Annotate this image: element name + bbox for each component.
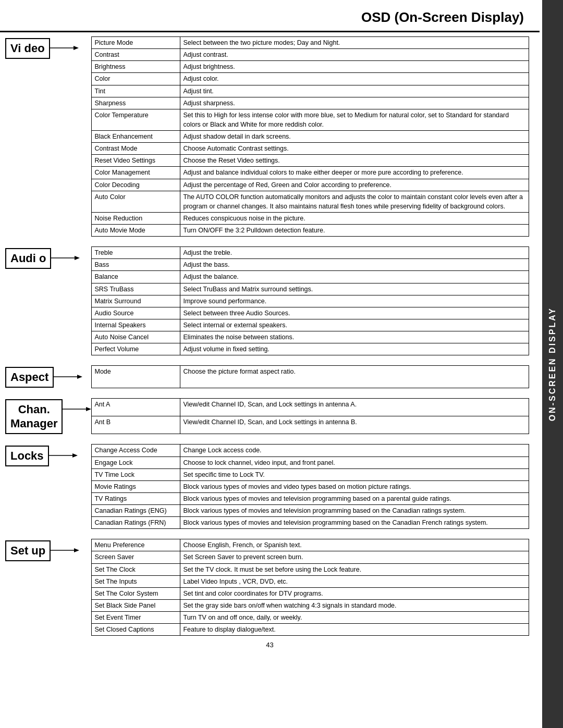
menu-item-desc: Adjust shadow detail in dark screens.	[180, 131, 529, 143]
menu-item-desc: Set specific time to Lock TV.	[180, 468, 529, 480]
svg-marker-1	[74, 46, 79, 50]
section-label-audio: Audi o	[5, 248, 51, 269]
menu-item-name: Canadian Ratings (ENG)	[92, 505, 180, 517]
menu-item-desc: Feature to display dialogue/text.	[180, 624, 529, 636]
menu-item-desc: Choose the picture format aspect ratio.	[180, 366, 529, 388]
menu-item-desc: Adjust sharpness.	[180, 97, 529, 109]
table-row: Chan. Manager Ant AView/edit Channel ID,…	[5, 398, 529, 416]
menu-item-name: Auto Color	[92, 191, 180, 212]
menu-item-desc: Turn TV on and off once, daily, or weekl…	[180, 612, 529, 624]
menu-item-desc: Set Screen Saver to prevent screen burn.	[180, 551, 529, 563]
menu-item-name: Set The Color System	[92, 587, 180, 599]
menu-item-desc: Select between three Audio Sources.	[180, 307, 529, 319]
menu-item-desc: Choose English, French, or Spanish text.	[180, 539, 529, 551]
arrow-chan-manager	[63, 405, 91, 413]
menu-item-name: Black Enhancement	[92, 131, 180, 143]
menu-item-desc: Block various types of movies and televi…	[180, 517, 529, 529]
svg-marker-7	[86, 407, 91, 411]
table-row: Aspect ModeChoose the picture format asp…	[5, 366, 529, 388]
menu-item-name: Canadian Ratings (FRN)	[92, 517, 180, 529]
menu-item-desc: Reduces conspicuous noise in the picture…	[180, 212, 529, 224]
menu-item-name: Set Black Side Panel	[92, 599, 180, 611]
menu-item-desc: Adjust brightness.	[180, 61, 529, 73]
menu-item-name: Bass	[92, 259, 180, 271]
menu-item-name: Ant B	[92, 416, 180, 434]
section-label-aspect: Aspect	[5, 367, 54, 388]
menu-item-desc: Turn ON/OFF the 3:2 Pulldown detection f…	[180, 225, 529, 237]
menu-item-name: TV Time Lock	[92, 468, 180, 480]
section-label-locks: Locks	[5, 446, 49, 466]
menu-item-name: Brightness	[92, 61, 180, 73]
menu-item-name: Screen Saver	[92, 551, 180, 563]
menu-item-name: Color	[92, 73, 180, 85]
menu-item-desc: The AUTO COLOR function automatically mo…	[180, 191, 529, 212]
page-number: 43	[0, 636, 540, 659]
menu-item-desc: Set the TV clock. It must be set before …	[180, 563, 529, 575]
arrow-setup	[51, 547, 79, 554]
menu-item-desc: Adjust tint.	[180, 85, 529, 97]
menu-item-name: Menu Preference	[92, 539, 180, 551]
arrow-audio	[51, 254, 80, 262]
side-label: ON-SCREEN DISPLAY	[542, 0, 563, 728]
menu-item-desc: Label Video Inputs , VCR, DVD, etc.	[180, 575, 529, 587]
menu-item-name: Color Temperature	[92, 109, 180, 130]
menu-item-name: Set Event Timer	[92, 612, 180, 624]
side-label-text: ON-SCREEN DISPLAY	[548, 307, 557, 421]
menu-item-name: Noise Reduction	[92, 212, 180, 224]
menu-item-name: Matrix Surround	[92, 295, 180, 307]
arrow-video	[50, 44, 79, 52]
menu-item-name: Auto Movie Mode	[92, 225, 180, 237]
menu-item-name: SRS TruBass	[92, 283, 180, 295]
menu-item-desc: Set tint and color coordinates for DTV p…	[180, 587, 529, 599]
table-row: Audi o TrebleAdjust the treble.	[5, 247, 529, 259]
section-label-chan-manager: Chan. Manager	[5, 399, 63, 434]
menu-item-name: Perfect Volume	[92, 343, 180, 355]
menu-item-desc: Block various types of movies and televi…	[180, 492, 529, 504]
menu-item-desc: Block various types of movies and televi…	[180, 505, 529, 517]
menu-item-desc: Adjust color.	[180, 73, 529, 85]
menu-item-desc: Adjust the percentage of Red, Green and …	[180, 179, 529, 191]
menu-item-desc: View/edit Channel ID, Scan, and Lock set…	[180, 416, 529, 434]
menu-item-name: Sharpness	[92, 97, 180, 109]
table-row: Locks Change Access CodeChange Lock acce…	[5, 445, 529, 456]
menu-item-desc: Adjust volume in fixed setting.	[180, 343, 529, 355]
menu-item-desc: Select internal or external speakers.	[180, 319, 529, 331]
menu-item-desc: Change Lock access code.	[180, 445, 529, 456]
menu-item-name: Set The Inputs	[92, 575, 180, 587]
menu-item-desc: Adjust the treble.	[180, 247, 529, 259]
menu-item-desc: Adjust the bass.	[180, 259, 529, 271]
menu-item-name: Ant A	[92, 398, 180, 416]
menu-item-name: Contrast Mode	[92, 143, 180, 155]
menu-item-desc: Adjust and balance individual colors to …	[180, 167, 529, 179]
menu-item-desc: View/edit Channel ID, Scan, and Lock set…	[180, 398, 529, 416]
menu-item-name: Audio Source	[92, 307, 180, 319]
menu-item-desc: Block various types of movies and video …	[180, 480, 529, 492]
menu-item-name: Set The Clock	[92, 563, 180, 575]
menu-item-name: Treble	[92, 247, 180, 259]
menu-item-name: Engage Lock	[92, 456, 180, 468]
menu-item-name: Contrast	[92, 49, 180, 61]
svg-marker-3	[75, 256, 80, 260]
section-label-setup: Set up	[5, 540, 51, 561]
menu-item-name: Reset Video Settings	[92, 155, 180, 167]
svg-marker-11	[74, 548, 79, 552]
menu-item-desc: Adjust the balance.	[180, 271, 529, 283]
menu-item-desc: Choose Automatic Contrast settings.	[180, 143, 529, 155]
menu-item-desc: Set this to High for less intense color …	[180, 109, 529, 130]
menu-item-name: Color Decoding	[92, 179, 180, 191]
menu-item-name: Movie Ratings	[92, 480, 180, 492]
menu-item-name: Balance	[92, 271, 180, 283]
menu-item-name: Change Access Code	[92, 445, 180, 456]
menu-item-name: Internal Speakers	[92, 319, 180, 331]
page-title: OSD (On-Screen Display)	[0, 0, 540, 32]
svg-marker-5	[77, 375, 82, 379]
menu-item-desc: Eliminates the noise between stations.	[180, 331, 529, 343]
menu-item-name: Picture Mode	[92, 37, 180, 49]
menu-item-desc: Choose the Reset Video settings.	[180, 155, 529, 167]
section-label-video: Vi deo	[5, 38, 50, 59]
menu-item-desc: Select TruBass and Matrix surround setti…	[180, 283, 529, 295]
menu-item-desc: Select between the two picture modes; Da…	[180, 37, 529, 49]
arrow-aspect	[54, 373, 82, 380]
menu-item-name: Color Management	[92, 167, 180, 179]
menu-item-name: Mode	[92, 366, 180, 388]
